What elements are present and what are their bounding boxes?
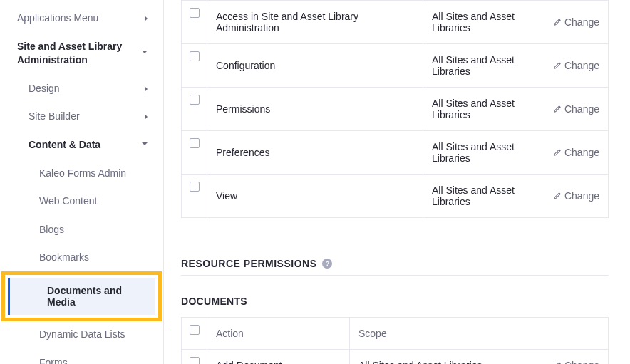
nav-web-content[interactable]: Web Content — [0, 187, 163, 216]
nav-bookmarks[interactable]: Bookmarks — [0, 244, 163, 272]
chevron-right-icon — [145, 16, 148, 21]
row-checkbox[interactable] — [190, 182, 200, 192]
row-checkbox[interactable] — [190, 357, 200, 364]
nav-label: Documents and Media — [47, 285, 122, 308]
col-action-header: Action — [207, 318, 350, 350]
nav-kaleo-forms[interactable]: Kaleo Forms Admin — [0, 160, 163, 188]
action-cell: Access in Site and Asset Library Adminis… — [207, 1, 423, 44]
table-row: PreferencesAll Sites and Asset Libraries… — [182, 131, 609, 175]
scope-cell: All Sites and Asset LibrariesChange — [423, 131, 609, 175]
nav-label: Applications Menu — [17, 11, 145, 26]
nav-documents-media[interactable]: Documents and Media — [8, 278, 155, 315]
nav-site-builder[interactable]: Site Builder — [0, 103, 163, 131]
scope-cell: All Sites and Asset LibrariesChange — [350, 350, 609, 365]
help-icon[interactable]: ? — [322, 259, 332, 269]
change-link[interactable]: Change — [553, 360, 599, 364]
change-label: Change — [564, 60, 599, 71]
scope-cell: All Sites and Asset LibrariesChange — [423, 175, 609, 218]
row-checkbox-cell — [182, 44, 207, 88]
chevron-right-icon — [145, 114, 148, 120]
pencil-icon — [553, 61, 562, 70]
row-checkbox-cell — [182, 350, 207, 365]
scope-text: All Sites and Asset Libraries — [432, 54, 547, 77]
table-row: Add DocumentAll Sites and Asset Librarie… — [182, 350, 609, 365]
col-scope-header: Scope — [350, 318, 609, 350]
nav-blogs[interactable]: Blogs — [0, 216, 163, 244]
section-title: RESOURCE PERMISSIONS — [181, 258, 316, 269]
pencil-icon — [553, 148, 562, 157]
resource-permissions-header: RESOURCE PERMISSIONS ? — [181, 258, 609, 276]
scope-cell: All Sites and Asset LibrariesChange — [423, 44, 609, 88]
row-checkbox-cell — [182, 131, 207, 175]
change-link[interactable]: Change — [553, 103, 599, 115]
nav-label: Design — [29, 82, 145, 96]
scope-text: All Sites and Asset Libraries — [432, 184, 547, 207]
scope-text: All Sites and Asset Libraries — [432, 141, 547, 164]
scope-cell: All Sites and Asset LibrariesChange — [423, 1, 609, 44]
documents-subheader: DOCUMENTS — [181, 296, 609, 307]
nav-content-data[interactable]: Content & Data — [0, 131, 163, 160]
select-all-checkbox[interactable] — [190, 325, 200, 335]
change-label: Change — [564, 190, 599, 202]
nav-label: Dynamic Data Lists — [39, 328, 148, 342]
pencil-icon — [553, 192, 562, 200]
nav-label: Site Builder — [29, 110, 145, 124]
change-label: Change — [564, 147, 599, 158]
documents-permissions-table: Action Scope Add DocumentAll Sites and A… — [181, 317, 609, 364]
table-row: ViewAll Sites and Asset LibrariesChange — [182, 175, 609, 218]
chevron-down-icon — [142, 142, 148, 148]
pencil-icon — [553, 361, 562, 364]
scope-text: All Sites and Asset Libraries — [432, 11, 547, 33]
chevron-right-icon — [145, 86, 148, 92]
pencil-icon — [553, 18, 562, 26]
row-checkbox[interactable] — [190, 8, 200, 18]
change-link[interactable]: Change — [553, 60, 599, 71]
pencil-icon — [553, 105, 562, 113]
row-checkbox-cell — [182, 88, 207, 131]
nav-applications-menu[interactable]: Applications Menu — [0, 4, 163, 33]
change-link[interactable]: Change — [553, 147, 599, 158]
row-checkbox[interactable] — [190, 95, 200, 105]
action-cell: Add Document — [207, 350, 350, 365]
row-checkbox-cell — [182, 175, 207, 218]
nav-design[interactable]: Design — [0, 75, 163, 103]
table-row: PermissionsAll Sites and Asset Libraries… — [182, 88, 609, 131]
nav-label: Content & Data — [29, 138, 142, 152]
app-permissions-table: Access in Site and Asset Library Adminis… — [181, 0, 609, 218]
action-cell: Configuration — [207, 44, 423, 88]
change-label: Change — [564, 103, 599, 115]
table-row: Access in Site and Asset Library Adminis… — [182, 1, 609, 44]
change-label: Change — [564, 16, 599, 28]
scope-text: All Sites and Asset Libraries — [358, 360, 482, 364]
nav-label: Bookmarks — [39, 251, 148, 265]
action-cell: View — [207, 175, 423, 218]
nav-dynamic-data-lists[interactable]: Dynamic Data Lists — [0, 321, 163, 349]
action-cell: Preferences — [207, 131, 423, 175]
nav-label: Kaleo Forms Admin — [39, 167, 148, 181]
action-cell: Permissions — [207, 88, 423, 131]
nav-label: Site and Asset Library Administration — [17, 40, 142, 68]
sidebar: Applications Menu Site and Asset Library… — [0, 0, 164, 364]
change-label: Change — [564, 360, 599, 364]
chevron-down-icon — [142, 51, 148, 56]
change-link[interactable]: Change — [553, 190, 599, 202]
change-link[interactable]: Change — [553, 16, 599, 28]
row-checkbox-cell — [182, 1, 207, 44]
nav-forms[interactable]: Forms — [0, 349, 163, 364]
table-row: ConfigurationAll Sites and Asset Librari… — [182, 44, 609, 88]
scope-cell: All Sites and Asset LibrariesChange — [423, 88, 609, 131]
scope-text: All Sites and Asset Libraries — [432, 98, 547, 120]
nav-site-asset-admin[interactable]: Site and Asset Library Administration — [0, 33, 163, 75]
row-checkbox[interactable] — [190, 138, 200, 148]
main-content: Access in Site and Asset Library Adminis… — [164, 0, 630, 364]
select-all-cell — [182, 318, 207, 350]
row-checkbox[interactable] — [190, 51, 200, 61]
nav-label: Blogs — [39, 223, 148, 237]
nav-label: Forms — [39, 356, 148, 364]
nav-label: Web Content — [39, 194, 148, 209]
nav-highlight-box: Documents and Media — [1, 271, 162, 321]
